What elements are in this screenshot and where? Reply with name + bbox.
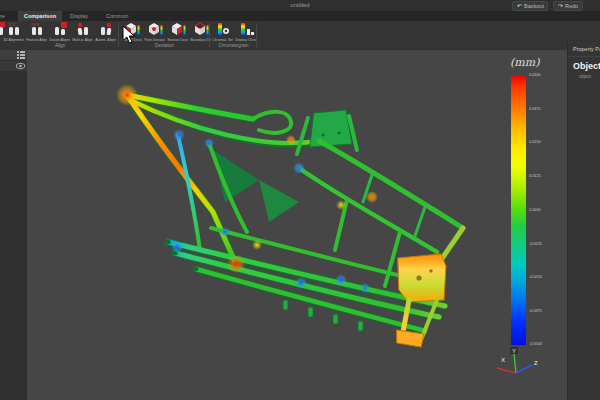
property-panel-title: Property Panel (568, 42, 600, 52)
boundary-deviation-icon (192, 22, 209, 36)
property-panel: Property Panel Object object (567, 42, 600, 400)
colorbar-tick: 0.0250 (529, 139, 541, 144)
colorbar-unit-label: (mm) (510, 56, 539, 69)
eye-icon (16, 62, 25, 70)
colorbar-tick: 0.0375 (529, 106, 541, 111)
object-heading: Object (568, 57, 600, 71)
rear-top-tube (319, 141, 463, 228)
toolbar-item-feature-alignment[interactable]: RPS Feature Alignment (25, 22, 48, 42)
tab-comparison[interactable]: Comparison (18, 11, 62, 21)
axis-gizmo: Y X Z (488, 345, 548, 385)
object-item[interactable]: object (568, 71, 600, 79)
svg-text:RPS: RPS (31, 22, 40, 27)
carrier-loop (253, 112, 291, 133)
axis-y-label: Y (512, 348, 516, 354)
group-label-chromatogram: Chromatogram (211, 43, 256, 50)
frame-model[interactable] (27, 50, 567, 400)
application-window: untitled ↶ Backout ↷ Redo re Comparison … (0, 0, 600, 400)
group-divider (256, 23, 257, 47)
group-divider (118, 23, 119, 47)
undo-button[interactable]: ↶ Backout (512, 1, 548, 11)
3d-alignment-icon: 123 (6, 22, 22, 36)
toolbar-item-3d-alignment[interactable]: 123 3D Alignment (2, 22, 25, 42)
datum-alignment-icon (52, 22, 68, 36)
toolbar-item-display-chromatogram[interactable]: Display Chromatogram (234, 22, 257, 42)
point-deviation-icon (146, 22, 163, 36)
rear-bracket-plate (310, 110, 352, 147)
display-chromatogram-icon (238, 22, 254, 36)
right-end-plate (398, 254, 446, 302)
rear-down-tube (441, 228, 463, 260)
colorbar-tick: -0.0375 (529, 308, 542, 313)
toolbar-item-label: 3D Alignment (3, 37, 24, 42)
redo-button[interactable]: ↷ Redo (553, 1, 583, 11)
viewport-3d[interactable]: (mm) 0.0500 0.0375 0.0250 0.0125 0.0000 … (27, 50, 567, 400)
title-bar: untitled ↶ Backout ↷ Redo (0, 0, 600, 11)
chromatogram-setting-icon (215, 22, 231, 36)
window-title: untitled (0, 2, 600, 8)
undo-label: Backout (524, 2, 544, 10)
colorbar-tick: -0.0250 (529, 274, 542, 279)
section-deviation-icon (169, 22, 186, 36)
redo-icon: ↷ (558, 2, 563, 10)
toolbar-item-label: Datum Alignment (49, 37, 70, 42)
visibility-toggle-button[interactable] (0, 61, 27, 71)
tab-partial[interactable]: re (0, 11, 7, 21)
toolbar-item-label: Multi-p. Alignment (72, 37, 93, 42)
model-tree-icon (17, 51, 25, 59)
model-tree-toggle-button[interactable] (0, 50, 27, 60)
tab-common[interactable]: Common (100, 11, 134, 21)
toolbar-item-automatic-alignment[interactable]: Autom. Alignment (94, 22, 117, 42)
toolbar-item-label: Autom. Alignment (95, 37, 116, 42)
toolbar-item-label: Boundary Deviation (190, 37, 211, 42)
toolbar-item-label: Chromat. Setting (212, 37, 233, 42)
toolbar-item-label: Display Chromatogram (235, 37, 256, 42)
toolbar-item-section-deviation[interactable]: Section Deviation (166, 22, 189, 42)
toolbar-item-multipoint-alignment[interactable]: Multi-p. Alignment (71, 22, 94, 42)
gusset-plate (259, 180, 299, 222)
feature-alignment-icon: RPS (29, 22, 45, 36)
axis-z-label: Z (534, 360, 538, 366)
toolbar-item-datum-alignment[interactable]: Datum Alignment (48, 22, 71, 42)
ribbon-tab-bar: re Comparison Display Common (0, 11, 600, 21)
redo-label: Redo (565, 2, 578, 10)
colorbar-tick: 0.0000 (529, 207, 541, 212)
toolbar-item-chromatogram-setting[interactable]: Chromat. Setting (211, 22, 234, 42)
rear-mid-tube (299, 168, 437, 252)
colorbar-tick: 0.0500 (529, 72, 541, 77)
svg-text:123: 123 (8, 22, 15, 27)
colorbar-tick: -0.0125 (529, 241, 542, 246)
axis-x-label: X (501, 357, 505, 363)
colorbar (511, 75, 526, 345)
toolbar-item-label: Feature Alignment (26, 37, 47, 42)
automatic-alignment-icon (98, 22, 114, 36)
group-label-align: Align (2, 43, 118, 50)
colorbar-tick: 0.0125 (529, 173, 541, 178)
multipoint-alignment-icon (75, 22, 91, 36)
toolbar-item-label: Section Deviation (167, 37, 188, 42)
group-divider (209, 23, 210, 47)
toolbar-item-label: Point Deviation (144, 37, 165, 42)
left-sidebar (0, 50, 28, 400)
ribbon-toolbar: 123 3D Alignment RPS Feature Alignment D… (0, 21, 600, 51)
toolbar-item-point-deviation[interactable]: Point Deviation (143, 22, 166, 42)
tab-display[interactable]: Display (64, 11, 94, 21)
undo-icon: ↶ (517, 2, 522, 10)
mouse-cursor-icon (122, 25, 138, 45)
